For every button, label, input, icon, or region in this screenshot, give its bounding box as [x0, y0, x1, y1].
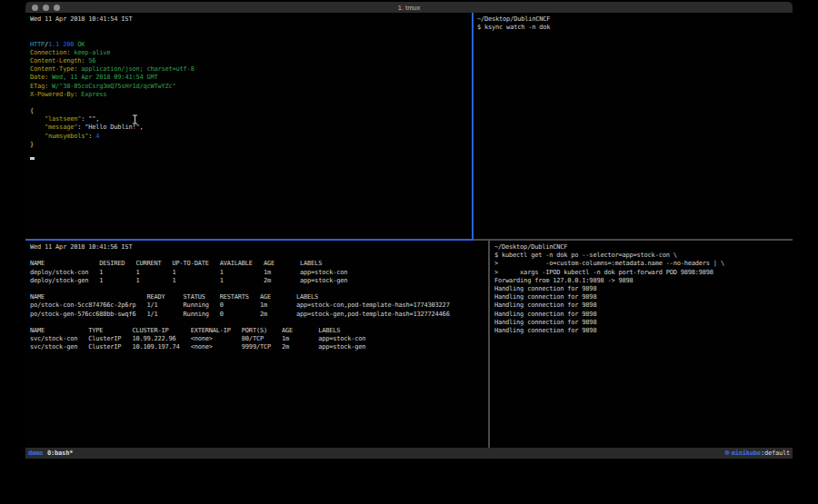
- terminal-line: deploy/stock-con 1 1 1 1 1m app=stock-co…: [30, 269, 488, 277]
- terminal-line: Wed 11 Apr 2018 10:41:56 IST: [30, 243, 488, 252]
- text-segment: [30, 124, 45, 131]
- terminal-line: ETag: W/"38-05coCsrg3mQ75sHr1d/qcWTwYZc": [30, 83, 472, 91]
- text-segment: > -o=custom-columns=:metadata.name --no-…: [494, 260, 724, 267]
- terminal-line: X-Powered-By: Express: [30, 91, 472, 99]
- terminal-line: "numsymbols": 4: [30, 133, 472, 141]
- block-cursor: [30, 157, 35, 160]
- terminal-line: Wed 11 Apr 2018 10:41:54 IST: [30, 15, 472, 24]
- text-segment: NAME TYPE CLUSTER-IP EXTERNAL-IP PORT(S)…: [30, 327, 340, 334]
- text-segment: NAME READY STATUS RESTARTS AGE LABELS: [30, 293, 318, 301]
- terminal-line: Connection: keep-alive: [30, 49, 472, 57]
- terminal-line: }: [30, 141, 472, 149]
- terminal-line: Handling connection for 9898: [494, 293, 793, 301]
- text-segment: Content-Length:: [30, 57, 85, 64]
- text-segment: ~/Desktop/DublinCNCF: [494, 243, 567, 251]
- terminal-line: [30, 285, 488, 293]
- pane-kubectl-resources[interactable]: Wed 11 Apr 2018 10:41:56 ISTNAME DESIRED…: [25, 241, 488, 448]
- text-segment: svc/stock-gen ClusterIP 10.109.197.74 <n…: [30, 343, 365, 351]
- text-segment: 1.1 200: [48, 41, 74, 48]
- text-segment: ~/Desktop/DublinCNCF: [477, 15, 550, 23]
- pane-divider-vertical-top[interactable]: [472, 13, 474, 241]
- terminal-line: Handling connection for 9898: [494, 319, 793, 327]
- text-segment: 56: [88, 57, 95, 64]
- terminal-line: [30, 319, 488, 327]
- text-segment: po/stock-gen-576cc688bb-swqf6 1/1 Runnin…: [30, 311, 450, 318]
- pane-ksync-watch[interactable]: ~/Desktop/DublinCNCF$ ksync watch -n dok: [474, 13, 793, 239]
- text-segment: Wed 11 Apr 2018 10:41:56 IST: [30, 243, 132, 251]
- text-segment: $ ksync watch -n dok: [477, 24, 550, 31]
- terminal-line: $ ksync watch -n dok: [477, 24, 793, 32]
- text-segment: Connection:: [30, 49, 70, 56]
- kube-context: minikube: [732, 450, 761, 457]
- text-segment: "numsymbols": [45, 133, 88, 140]
- terminal-line: NAME TYPE CLUSTER-IP EXTERNAL-IP PORT(S)…: [30, 327, 488, 335]
- text-segment: ETag:: [30, 83, 48, 90]
- text-segment: po/stock-con-5cc874766c-2p6rp 1/1 Runnin…: [30, 301, 450, 309]
- terminal-line: svc/stock-gen ClusterIP 10.109.197.74 <n…: [30, 343, 488, 351]
- text-segment: Handling connection for 9898: [494, 285, 596, 292]
- terminal-line: {: [30, 107, 472, 115]
- text-segment: X-Powered-By:: [30, 91, 77, 98]
- text-segment: Date:: [30, 74, 48, 81]
- terminal-line: po/stock-con-5cc874766c-2p6rp 1/1 Runnin…: [30, 301, 488, 310]
- terminal-line: HTTP/1.1 200 OK: [30, 41, 472, 49]
- text-segment: {: [30, 107, 34, 114]
- terminal-line: > -o=custom-columns=:metadata.name --no-…: [494, 260, 793, 268]
- terminal-line: > xargs -IPOD kubectl -n dok port-forwar…: [494, 269, 793, 277]
- kube-status: ☸ minikube :default: [724, 450, 790, 457]
- text-segment: "message": [45, 124, 77, 131]
- text-segment: > xargs -IPOD kubectl -n dok port-forwar…: [494, 269, 713, 276]
- terminal-line: Content-Type: application/json; charset=…: [30, 65, 472, 74]
- terminal-line: po/stock-gen-576cc688bb-swqf6 1/1 Runnin…: [30, 311, 488, 319]
- text-segment: HTTP: [30, 41, 45, 48]
- text-segment: OK: [77, 41, 85, 48]
- kube-namespace: :default: [761, 450, 790, 457]
- terminal-line: NAME DESIRED CURRENT UP-TO-DATE AVAILABL…: [30, 260, 488, 268]
- terminal-line: [30, 157, 472, 165]
- text-segment: keep-alive: [74, 49, 110, 56]
- session-name: demo: [28, 450, 43, 457]
- text-segment: Content-Type:: [30, 65, 77, 73]
- titlebar[interactable]: 1. tmux: [25, 2, 793, 13]
- text-segment: $ kubectl get -n dok po --selector=app=s…: [494, 252, 677, 259]
- text-segment: Wed, 11 Apr 2018 09:41:54 GMT: [52, 74, 157, 81]
- text-ibeam-cursor-icon: [132, 111, 138, 128]
- status-bar: demo 0:bash* ☸ minikube :default: [25, 448, 793, 459]
- terminal-line: Forwarding from 127.0.0.1:9898 -> 9898: [494, 277, 793, 285]
- pane-divider-horizontal-right[interactable]: [474, 239, 793, 241]
- text-segment: : "",: [81, 115, 99, 123]
- text-segment: Forwarding from 127.0.0.1:9898 -> 9898: [494, 277, 633, 284]
- pane-divider-vertical-bottom[interactable]: [488, 241, 490, 448]
- pane-divider-horizontal-left[interactable]: [25, 239, 474, 241]
- window-tab[interactable]: 0:bash*: [47, 450, 73, 457]
- text-segment: Handling connection for 9898: [494, 293, 596, 301]
- text-segment: NAME DESIRED CURRENT UP-TO-DATE AVAILABL…: [30, 260, 322, 267]
- terminal-line: $ kubectl get -n dok po --selector=app=s…: [494, 252, 793, 260]
- terminal-line: "lastseen": "",: [30, 115, 472, 124]
- terminal-line: Date: Wed, 11 Apr 2018 09:41:54 GMT: [30, 74, 472, 82]
- terminal-line: [30, 99, 472, 107]
- text-segment: application/json; charset=utf-8: [81, 65, 194, 73]
- terminal-line: [30, 149, 472, 157]
- terminal-line: [30, 24, 472, 32]
- terminal-line: ~/Desktop/DublinCNCF: [494, 243, 793, 252]
- text-segment: Handling connection for 9898: [494, 301, 596, 309]
- terminal-line: svc/stock-con ClusterIP 10.99.222.96 <no…: [30, 335, 488, 343]
- text-segment: }: [30, 141, 34, 148]
- terminal-line: NAME READY STATUS RESTARTS AGE LABELS: [30, 293, 488, 301]
- text-segment: "lastseen": [45, 115, 81, 123]
- text-segment: deploy/stock-con 1 1 1 1 1m app=stock-co…: [30, 269, 347, 276]
- terminal-line: Handling connection for 9898: [494, 301, 793, 310]
- terminal-line: deploy/stock-gen 1 1 1 1 2m app=stock-ge…: [30, 277, 488, 285]
- terminal-line: [30, 252, 488, 260]
- text-segment: Handling connection for 9898: [494, 319, 596, 326]
- text-segment: Express: [81, 91, 106, 98]
- text-segment: Wed 11 Apr 2018 10:41:54 IST: [30, 15, 132, 23]
- terminal-line: "message": "Hello Dublin!",: [30, 124, 472, 132]
- pane-http-response[interactable]: Wed 11 Apr 2018 10:41:54 ISTHTTP/1.1 200…: [25, 13, 472, 239]
- window-title: 1. tmux: [25, 4, 793, 12]
- text-segment: svc/stock-con ClusterIP 10.99.222.96 <no…: [30, 335, 365, 342]
- terminal-line: Content-Length: 56: [30, 57, 472, 65]
- text-segment: Handling connection for 9898: [494, 327, 596, 334]
- pane-port-forward[interactable]: ~/Desktop/DublinCNCF$ kubectl get -n dok…: [490, 241, 793, 448]
